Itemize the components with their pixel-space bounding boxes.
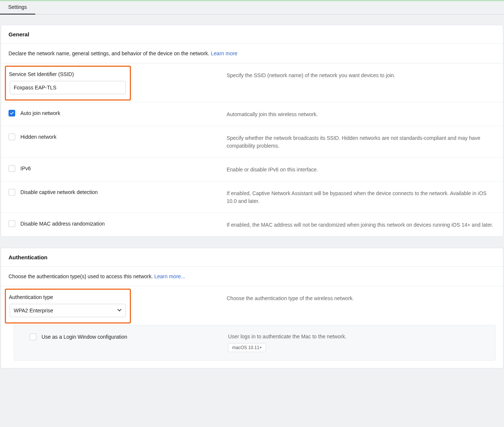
hidden-checkbox[interactable]	[9, 134, 15, 140]
general-card: General Declare the network name, genera…	[1, 25, 503, 237]
auto-join-desc: Automatically join this wireless network…	[227, 110, 495, 118]
ssid-row: Service Set Identifier (SSID) Specify th…	[1, 63, 503, 102]
auth-type-value: WPA2 Enterprise	[10, 304, 126, 317]
mac-random-checkbox[interactable]	[9, 220, 15, 227]
mac-random-label[interactable]: Disable MAC address randomization	[20, 221, 105, 227]
spacer	[0, 14, 504, 25]
ssid-desc: Specify the SSID (network name) of the n…	[227, 71, 495, 79]
tab-settings[interactable]: Settings	[0, 1, 35, 14]
mac-random-desc: If enabled, the MAC address will not be …	[227, 220, 495, 229]
ssid-highlight-box: Service Set Identifier (SSID)	[5, 66, 131, 101]
hidden-desc: Specify whether the network broadcasts i…	[227, 134, 495, 150]
login-window-label[interactable]: Use as a Login Window configuration	[42, 334, 127, 340]
general-intro-text: Declare the network name, general settin…	[9, 50, 211, 56]
ssid-label: Service Set Identifier (SSID)	[9, 71, 127, 77]
check-icon	[10, 111, 14, 115]
general-heading: General	[1, 25, 503, 44]
mac-random-row: Disable MAC address randomization If ena…	[1, 213, 503, 236]
captive-row: Disable captive network detection If ena…	[1, 181, 503, 213]
hidden-label[interactable]: Hidden network	[20, 134, 56, 140]
auto-join-label[interactable]: Auto join network	[20, 110, 60, 116]
auth-learn-more-link[interactable]: Learn more...	[154, 273, 185, 279]
general-intro: Declare the network name, general settin…	[1, 44, 503, 63]
os-badge: macOS 10.11+	[228, 343, 266, 352]
login-window-checkbox[interactable]	[30, 334, 36, 340]
ipv6-desc: Enable or disable IPv6 on this interface…	[227, 165, 495, 174]
ipv6-label[interactable]: IPv6	[20, 165, 31, 171]
captive-desc: If enabled, Captive Network Assistant wi…	[227, 189, 495, 205]
auto-join-row: Auto join network Automatically join thi…	[1, 102, 503, 126]
ipv6-checkbox[interactable]	[9, 165, 15, 172]
hidden-row: Hidden network Specify whether the netwo…	[1, 126, 503, 158]
spacer	[0, 237, 504, 248]
auth-heading: Authentication	[1, 248, 503, 267]
login-window-panel: Use as a Login Window configuration User…	[14, 325, 495, 361]
captive-label[interactable]: Disable captive network detection	[20, 189, 98, 195]
general-learn-more-link[interactable]: Learn more	[211, 50, 238, 56]
ssid-input[interactable]	[10, 81, 126, 94]
auto-join-checkbox[interactable]	[9, 110, 15, 116]
tab-bar: Settings	[0, 1, 504, 14]
ipv6-row: IPv6 Enable or disable IPv6 on this inte…	[1, 158, 503, 181]
login-window-desc: User logs in to authenticate the Mac to …	[228, 334, 487, 339]
auth-type-select[interactable]: WPA2 Enterprise	[10, 304, 126, 317]
captive-checkbox[interactable]	[9, 189, 15, 196]
auth-intro-text: Choose the authentication type(s) used t…	[9, 273, 154, 279]
auth-type-desc: Choose the authentication type of the wi…	[227, 294, 495, 302]
auth-type-label: Authentication type	[9, 294, 127, 300]
auth-card: Authentication Choose the authentication…	[1, 248, 503, 368]
auth-type-row: Authentication type WPA2 Enterprise Choo…	[1, 286, 503, 325]
auth-type-highlight-box: Authentication type WPA2 Enterprise	[5, 289, 131, 323]
auth-intro: Choose the authentication type(s) used t…	[1, 267, 503, 286]
